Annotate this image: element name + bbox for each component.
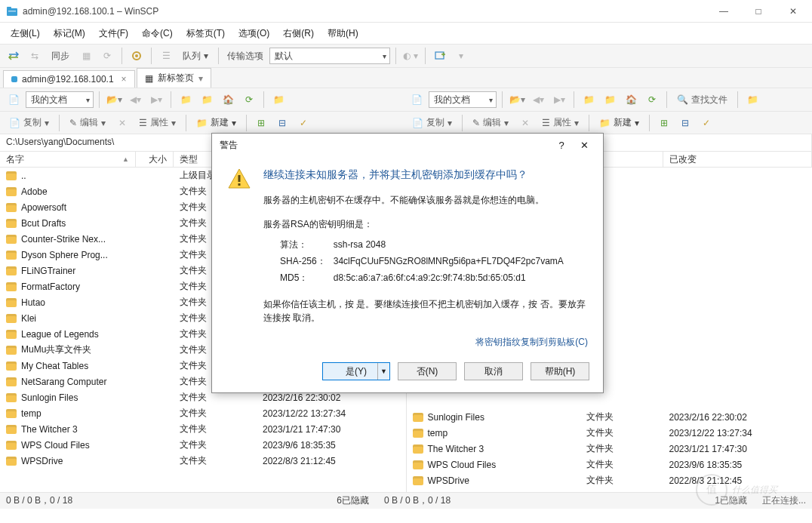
- warning-dialog: 警告 ? ✕ 继续连接未知服务器，并将其主机密钥添加到缓存中吗？ 服务器的主机密…: [211, 133, 604, 393]
- transfer-mode-dropdown[interactable]: 默认: [269, 48, 390, 64]
- table-row[interactable]: Sunlogin Files文件夹2023/2/16 22:30:02: [407, 409, 813, 425]
- new-button[interactable]: 📁 新建 ▾: [192, 115, 241, 131]
- delete-icon[interactable]: ✕: [113, 114, 131, 132]
- dialog-title: 警告: [220, 139, 238, 152]
- col-size[interactable]: 大小: [136, 152, 174, 167]
- tab-label: admin@192.168.100.1: [22, 74, 114, 85]
- folder-icon: [6, 361, 17, 371]
- new-button[interactable]: 📁 新建 ▾: [595, 115, 644, 131]
- back-icon[interactable]: ◀▾: [126, 91, 144, 109]
- open-folder-icon[interactable]: 📂▾: [105, 91, 123, 109]
- minus-icon[interactable]: ⊟: [273, 114, 291, 132]
- props-button[interactable]: ☰ 属性 ▾: [537, 115, 583, 131]
- menu-right[interactable]: 右侧(R): [277, 24, 320, 43]
- page-icon[interactable]: 📄: [5, 91, 23, 109]
- menu-tabs[interactable]: 标签页(T): [180, 24, 231, 43]
- home-icon[interactable]: 🏠: [219, 91, 237, 109]
- svg-rect-2: [8, 11, 16, 12]
- copy-button[interactable]: 📄 复制 ▾: [408, 115, 457, 131]
- table-row[interactable]: WPS Cloud Files文件夹2023/9/6 18:35:35: [407, 457, 813, 472]
- plus-icon[interactable]: ⊞: [655, 114, 673, 132]
- back-icon[interactable]: ◀▾: [529, 91, 547, 109]
- col-name[interactable]: 名字 ▲: [0, 152, 136, 167]
- minus-icon[interactable]: ⊟: [676, 114, 694, 132]
- bookmark-icon[interactable]: ✓: [697, 114, 715, 132]
- refresh-icon[interactable]: ⟳: [643, 91, 661, 109]
- home-icon[interactable]: 🏠: [622, 91, 640, 109]
- tab-session[interactable]: admin@192.168.100.1 ×: [3, 70, 135, 88]
- folder-icon: [6, 219, 17, 228]
- folder-icon[interactable]: 📁: [177, 91, 195, 109]
- folder-icon: [413, 429, 423, 438]
- edit-button[interactable]: ✎ 编辑 ▾: [65, 115, 110, 131]
- fwd-icon[interactable]: ▶▾: [147, 91, 165, 109]
- right-location-dropdown[interactable]: 我的文档: [429, 91, 497, 108]
- table-row[interactable]: temp文件夹2023/12/22 13:27:34: [407, 425, 813, 441]
- folder-icon: [413, 413, 423, 422]
- table-row[interactable]: The Witcher 3文件夹2023/1/21 17:47:30: [0, 421, 406, 437]
- folder-icon: [413, 460, 423, 469]
- folder-icon: [6, 346, 17, 355]
- newtab-icon[interactable]: [431, 47, 449, 65]
- help-button[interactable]: 帮助(H): [531, 362, 589, 380]
- compare-icon[interactable]: ▦: [77, 47, 95, 65]
- sync-grey-icon[interactable]: ⇆: [26, 47, 44, 65]
- menu-file[interactable]: 文件(F): [93, 24, 134, 43]
- sync-folder-icon[interactable]: 📁: [269, 91, 288, 109]
- minimize-button[interactable]: —: [706, 0, 741, 23]
- page-icon[interactable]: 📄: [408, 91, 426, 109]
- refresh-icon[interactable]: ⟳: [240, 91, 258, 109]
- maximize-button[interactable]: □: [741, 0, 776, 23]
- close-button[interactable]: ✕: [776, 0, 810, 23]
- folder-tree-icon[interactable]: 📁: [198, 91, 216, 109]
- folder-icon: [6, 330, 17, 339]
- dialog-line2: 服务器RSA的密钥明细是：: [263, 217, 588, 231]
- delete-icon[interactable]: ✕: [516, 114, 534, 132]
- fwd-icon[interactable]: ▶▾: [550, 91, 568, 109]
- menu-command[interactable]: 命令(C): [136, 24, 179, 43]
- copy-fingerprint-link[interactable]: 将密钥指纹复制到剪贴板(C): [263, 335, 588, 349]
- left-location-dropdown[interactable]: 我的文档: [26, 91, 94, 108]
- queue-icon[interactable]: ☰: [157, 47, 175, 65]
- col-date[interactable]: 已改变: [663, 152, 813, 167]
- folder-icon: [6, 377, 17, 386]
- table-row[interactable]: temp文件夹2023/12/22 13:27:34: [0, 405, 406, 421]
- tab-new[interactable]: ▦ 新标签页 ▾: [137, 68, 211, 88]
- copy-button[interactable]: 📄 复制 ▾: [5, 115, 54, 131]
- queue-button[interactable]: 队列 ▾: [178, 48, 213, 64]
- svg-rect-5: [435, 52, 444, 59]
- sync-button[interactable]: 同步: [47, 48, 74, 64]
- open-folder-icon[interactable]: 📂▾: [508, 91, 526, 109]
- menu-left[interactable]: 左侧(L): [5, 24, 46, 43]
- cancel-button[interactable]: 取消: [464, 362, 523, 380]
- edit-button[interactable]: ✎ 编辑 ▾: [468, 115, 513, 131]
- table-row[interactable]: WPSDrive文件夹2022/8/3 21:12:45: [0, 453, 406, 469]
- table-row[interactable]: WPSDrive文件夹2022/8/3 21:12:45: [407, 472, 813, 488]
- props-button[interactable]: ☰ 属性 ▾: [134, 115, 180, 131]
- sync-folder-icon[interactable]: 📁: [743, 91, 761, 109]
- find-button[interactable]: 🔍 查找文件: [672, 92, 732, 108]
- close-icon[interactable]: ✕: [573, 136, 595, 154]
- folder-icon[interactable]: 📁: [580, 91, 598, 109]
- close-icon[interactable]: ×: [121, 74, 127, 85]
- folder-icon: [6, 203, 17, 212]
- bookmark-icon[interactable]: ✓: [294, 114, 312, 132]
- yes-button[interactable]: 是(Y)▼: [322, 362, 390, 380]
- toggle-icon[interactable]: ◐ ▾: [401, 47, 420, 65]
- reload-icon[interactable]: ⟳: [98, 47, 116, 65]
- status-conn1: 1已隐藏: [715, 494, 747, 507]
- dialog-titlebar[interactable]: 警告 ? ✕: [212, 134, 603, 156]
- table-row[interactable]: WPS Cloud Files文件夹2023/9/6 18:35:35: [0, 437, 406, 453]
- menu-options[interactable]: 选项(O): [232, 24, 275, 43]
- generic-icon[interactable]: ▾: [452, 47, 470, 65]
- menu-help[interactable]: 帮助(H): [321, 24, 364, 43]
- menu-mark[interactable]: 标记(M): [48, 24, 91, 43]
- table-row[interactable]: The Witcher 3文件夹2023/1/21 17:47:30: [407, 441, 813, 457]
- folder-tree-icon[interactable]: 📁: [601, 91, 619, 109]
- gear-icon[interactable]: [128, 47, 146, 65]
- location-bar: 📄 我的文档 📂▾ ◀▾ ▶▾ 📁 📁 🏠 ⟳ 📁 📄 我的文档 📂▾ ◀▾ ▶…: [0, 88, 812, 112]
- sync-arrows-icon[interactable]: [5, 47, 23, 65]
- plus-icon[interactable]: ⊞: [252, 114, 270, 132]
- no-button[interactable]: 否(N): [398, 362, 457, 380]
- help-icon[interactable]: ?: [550, 136, 573, 154]
